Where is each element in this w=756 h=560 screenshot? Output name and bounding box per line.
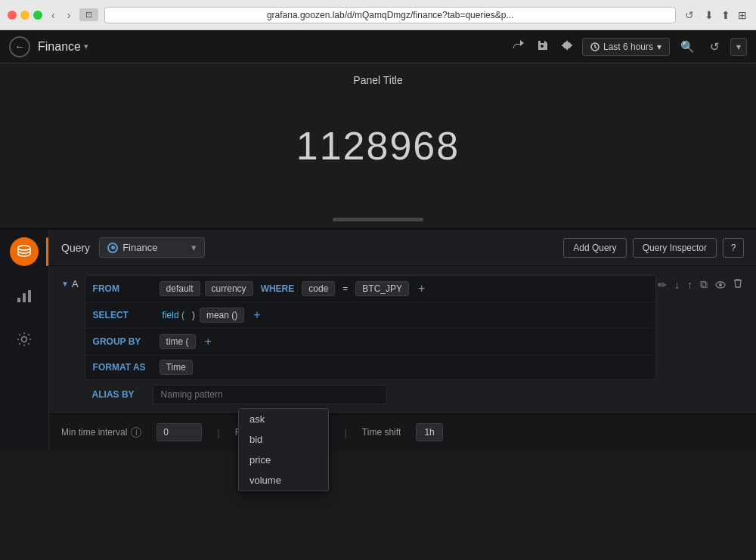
toggle-visibility-button[interactable] xyxy=(714,277,727,292)
forward-nav-button[interactable]: › xyxy=(64,8,74,23)
select-value: field ( ) mean () + xyxy=(153,302,655,328)
where-add-button[interactable]: + xyxy=(414,280,429,297)
share-button[interactable] xyxy=(510,36,528,57)
share-browser-button[interactable]: ⬆ xyxy=(720,8,732,23)
dropdown-item-bid[interactable]: bid xyxy=(239,429,328,450)
move-up-button[interactable]: ↑ xyxy=(686,277,694,292)
window-controls xyxy=(8,11,42,20)
help-button[interactable]: ? xyxy=(723,238,744,258)
add-query-button[interactable]: Add Query xyxy=(563,238,626,258)
move-down-button[interactable]: ↓ xyxy=(673,277,681,292)
query-header: Query Finance ▾ Add Query Query Inspecto… xyxy=(49,230,756,266)
scroll-indicator xyxy=(333,218,423,221)
format-as-value: Time xyxy=(153,355,655,379)
query-section: Query Finance ▾ Add Query Query Inspecto… xyxy=(0,230,756,450)
query-row-actions: ✏ ↓ ↑ ⧉ xyxy=(656,275,744,292)
time-shift-value[interactable]: 1h xyxy=(416,423,442,441)
app-title: Finance ▾ xyxy=(38,40,88,54)
min-time-interval-input[interactable] xyxy=(156,423,202,441)
dropdown-item-ask[interactable]: ask xyxy=(239,409,328,429)
datasource-caret: ▾ xyxy=(191,242,197,253)
from-currency-pill[interactable]: currency xyxy=(205,281,253,296)
format-as-time-pill[interactable]: Time xyxy=(160,360,193,375)
alias-by-input[interactable] xyxy=(153,385,387,404)
save-button[interactable] xyxy=(534,36,552,57)
group-by-row: GROUP BY time ( + xyxy=(85,329,655,355)
from-value: default currency WHERE code = BTC_JPY + xyxy=(153,276,655,302)
group-by-add-button[interactable]: + xyxy=(200,333,216,350)
title-dropdown-icon[interactable]: ▾ xyxy=(84,42,88,51)
panel-title: Panel Title xyxy=(353,74,402,86)
time-picker-caret: ▾ xyxy=(657,42,662,52)
min-time-interval-label: Min time interval i xyxy=(61,427,141,438)
time-range-label: Last 6 hours xyxy=(603,42,653,52)
app-header: ← Finance ▾ Last 6 hours ▾ 🔍 ↺ ▾ xyxy=(0,30,756,63)
dropdown-item-price[interactable]: price xyxy=(239,450,328,470)
time-shift-label: Time shift xyxy=(362,427,401,438)
alias-by-row: ALIAS BY xyxy=(85,385,656,404)
search-button[interactable]: 🔍 xyxy=(676,37,699,57)
browser-right-actions: ⬇ ⬆ ⊞ xyxy=(703,8,748,23)
database-icon xyxy=(16,243,33,260)
left-sidebar xyxy=(0,230,49,450)
browser-menu-button[interactable]: ⊞ xyxy=(736,8,748,23)
time-group-pill[interactable]: time ( xyxy=(160,334,196,349)
dropdown-item-volume[interactable]: volume xyxy=(239,470,328,490)
paren-close: ) xyxy=(192,310,195,320)
query-label: Query xyxy=(61,242,90,254)
query-a-content: FROM default currency WHERE code = BTC_J… xyxy=(85,275,656,404)
svg-point-7 xyxy=(719,283,722,286)
group-by-value: time ( + xyxy=(153,329,655,354)
select-add-button[interactable]: + xyxy=(249,307,265,323)
back-nav-button[interactable]: ‹ xyxy=(48,8,58,23)
btcjpy-pill[interactable]: BTC_JPY xyxy=(355,281,409,296)
min-time-interval-info-icon[interactable]: i xyxy=(131,427,141,438)
edit-query-button[interactable]: ✏ xyxy=(656,277,668,292)
refresh-dropdown-button[interactable]: ▾ xyxy=(730,38,747,56)
sidebar-item-settings[interactable] xyxy=(10,325,39,354)
close-window-button[interactable] xyxy=(8,11,17,20)
expand-triangle-icon[interactable]: ▼ xyxy=(61,280,69,288)
reload-button[interactable]: ↺ xyxy=(682,8,697,23)
field-keyword[interactable]: field ( xyxy=(160,308,187,322)
back-button[interactable]: ← xyxy=(9,36,30,57)
mean-pill[interactable]: mean () xyxy=(200,308,244,323)
panel-area: Panel Title 1128968 xyxy=(0,63,756,230)
format-as-row: FORMAT AS Time xyxy=(85,355,655,379)
from-label: FROM xyxy=(85,279,153,299)
query-inspector-button[interactable]: Query Inspector xyxy=(633,238,717,258)
svg-point-5 xyxy=(22,337,27,342)
header-actions: Last 6 hours ▾ 🔍 ↺ ▾ xyxy=(510,36,747,57)
equals-operator: = xyxy=(339,283,351,294)
dashboard-title: Finance xyxy=(38,40,81,54)
select-label: SELECT xyxy=(85,305,153,325)
minimize-window-button[interactable] xyxy=(20,11,29,20)
svg-rect-3 xyxy=(23,293,26,302)
format-as-label: FORMAT AS xyxy=(85,357,153,377)
from-default-pill[interactable]: default xyxy=(160,281,200,296)
settings-button[interactable] xyxy=(558,36,576,57)
browser-chrome: ‹ › ⊡ grafana.goozen.lab/d/mQamqDmgz/fin… xyxy=(0,0,756,30)
maximize-window-button[interactable] xyxy=(33,11,42,20)
time-range-picker[interactable]: Last 6 hours ▾ xyxy=(582,38,670,56)
download-button[interactable]: ⬇ xyxy=(703,8,715,23)
sidebar-item-database[interactable] xyxy=(10,237,39,266)
datasource-selector[interactable]: Finance ▾ xyxy=(99,237,205,258)
window-view-button[interactable]: ⊡ xyxy=(79,8,98,21)
delete-query-button[interactable] xyxy=(732,277,744,292)
query-a-id: A xyxy=(72,278,79,289)
query-editor: Query Finance ▾ Add Query Query Inspecto… xyxy=(49,230,756,450)
select-row: SELECT field ( ) mean () + xyxy=(85,302,655,329)
sidebar-item-chart[interactable] xyxy=(10,281,39,310)
url-bar[interactable]: grafana.goozen.lab/d/mQamqDmgz/finance?t… xyxy=(104,7,676,23)
refresh-button[interactable]: ↺ xyxy=(705,37,724,57)
query-fields-table: FROM default currency WHERE code = BTC_J… xyxy=(85,275,656,380)
query-header-actions: Add Query Query Inspector ? xyxy=(563,238,744,258)
from-row: FROM default currency WHERE code = BTC_J… xyxy=(85,276,655,302)
svg-point-1 xyxy=(18,246,30,250)
copy-query-button[interactable]: ⧉ xyxy=(699,277,709,292)
code-pill[interactable]: code xyxy=(302,281,335,296)
options-row: Min time interval i | Relative time 1h |… xyxy=(49,413,756,450)
datasource-name: Finance xyxy=(122,242,157,253)
svg-rect-4 xyxy=(28,290,31,302)
